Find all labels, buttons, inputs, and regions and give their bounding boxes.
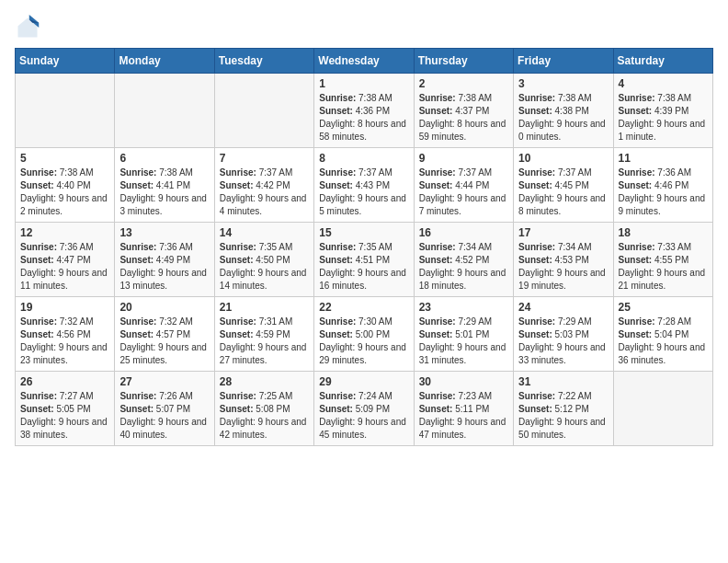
cell-content: Sunrise: 7:29 AM <box>419 316 508 328</box>
calendar-cell: 6Sunrise: 7:38 AMSunset: 4:41 PMDaylight… <box>115 148 214 223</box>
cell-content: Sunrise: 7:38 AM <box>319 92 408 105</box>
day-of-week-header: Sunday <box>16 49 115 74</box>
cell-content: Sunset: 4:53 PM <box>518 254 608 267</box>
day-number: 11 <box>619 152 708 165</box>
calendar-cell: 24Sunrise: 7:29 AMSunset: 5:03 PMDayligh… <box>514 297 613 372</box>
day-number: 20 <box>119 301 209 314</box>
day-of-week-header: Friday <box>514 49 613 74</box>
cell-content: Daylight: 9 hours and 9 minutes. <box>619 192 708 218</box>
day-number: 31 <box>518 375 608 388</box>
cell-content: Sunrise: 7:37 AM <box>518 167 608 179</box>
day-number: 15 <box>319 226 408 239</box>
cell-content: Sunrise: 7:23 AM <box>419 390 508 403</box>
cell-content: Daylight: 9 hours and 16 minutes. <box>319 267 408 293</box>
cell-content: Daylight: 9 hours and 2 minutes. <box>20 192 109 218</box>
calendar-cell <box>613 372 712 446</box>
calendar-cell: 20Sunrise: 7:32 AMSunset: 4:57 PMDayligh… <box>115 297 214 372</box>
day-number: 28 <box>220 375 309 388</box>
day-of-week-header: Wednesday <box>314 49 414 74</box>
cell-content: Daylight: 9 hours and 47 minutes. <box>419 416 508 442</box>
cell-content: Sunset: 4:42 PM <box>220 179 309 192</box>
calendar-cell: 28Sunrise: 7:25 AMSunset: 5:08 PMDayligh… <box>214 372 313 446</box>
cell-content: Daylight: 8 hours and 59 minutes. <box>419 118 508 144</box>
cell-content: Sunrise: 7:36 AM <box>20 241 109 254</box>
cell-content: Sunset: 4:41 PM <box>119 179 209 192</box>
cell-content: Daylight: 9 hours and 27 minutes. <box>220 341 309 367</box>
calendar-cell: 31Sunrise: 7:22 AMSunset: 5:12 PMDayligh… <box>514 372 613 446</box>
day-of-week-header: Monday <box>115 49 214 74</box>
cell-content: Sunset: 4:45 PM <box>518 179 608 192</box>
cell-content: Daylight: 9 hours and 40 minutes. <box>119 416 209 442</box>
calendar-cell: 27Sunrise: 7:26 AMSunset: 5:07 PMDayligh… <box>115 372 214 446</box>
calendar-cell <box>214 74 313 148</box>
day-number: 18 <box>619 226 708 239</box>
calendar-cell: 16Sunrise: 7:34 AMSunset: 4:52 PMDayligh… <box>414 223 513 297</box>
cell-content: Daylight: 9 hours and 19 minutes. <box>518 267 608 293</box>
cell-content: Sunrise: 7:37 AM <box>220 167 309 179</box>
cell-content: Daylight: 8 hours and 58 minutes. <box>319 118 408 144</box>
cell-content: Daylight: 9 hours and 8 minutes. <box>518 192 608 218</box>
day-number: 22 <box>319 301 408 314</box>
cell-content: Sunset: 4:49 PM <box>119 254 209 267</box>
cell-content: Sunset: 4:40 PM <box>20 179 109 192</box>
cell-content: Sunset: 5:00 PM <box>319 328 408 341</box>
cell-content: Sunrise: 7:37 AM <box>319 167 408 179</box>
cell-content: Sunrise: 7:35 AM <box>220 241 309 254</box>
calendar-cell: 18Sunrise: 7:33 AMSunset: 4:55 PMDayligh… <box>613 223 712 297</box>
cell-content: Sunset: 4:55 PM <box>619 254 708 267</box>
cell-content: Sunset: 5:11 PM <box>419 403 508 416</box>
day-number: 4 <box>619 77 708 90</box>
cell-content: Sunrise: 7:38 AM <box>419 92 508 105</box>
calendar-table: SundayMondayTuesdayWednesdayThursdayFrid… <box>15 48 713 446</box>
cell-content: Daylight: 9 hours and 18 minutes. <box>419 267 508 293</box>
cell-content: Sunrise: 7:37 AM <box>419 167 508 179</box>
day-number: 13 <box>119 226 209 239</box>
cell-content: Sunrise: 7:28 AM <box>619 316 708 328</box>
cell-content: Sunrise: 7:32 AM <box>20 316 109 328</box>
calendar-cell: 19Sunrise: 7:32 AMSunset: 4:56 PMDayligh… <box>16 297 115 372</box>
cell-content: Sunset: 4:39 PM <box>619 105 708 118</box>
calendar-week-row: 19Sunrise: 7:32 AMSunset: 4:56 PMDayligh… <box>16 297 713 372</box>
day-number: 10 <box>518 152 608 165</box>
day-of-week-header: Saturday <box>613 49 712 74</box>
calendar-cell: 2Sunrise: 7:38 AMSunset: 4:37 PMDaylight… <box>414 74 513 148</box>
cell-content: Daylight: 9 hours and 31 minutes. <box>419 341 508 367</box>
day-number: 5 <box>20 152 109 165</box>
cell-content: Sunrise: 7:38 AM <box>20 167 109 179</box>
cell-content: Sunrise: 7:30 AM <box>319 316 408 328</box>
cell-content: Daylight: 9 hours and 21 minutes. <box>619 267 708 293</box>
cell-content: Sunrise: 7:29 AM <box>518 316 608 328</box>
cell-content: Sunset: 5:12 PM <box>518 403 608 416</box>
cell-content: Sunrise: 7:38 AM <box>619 92 708 105</box>
cell-content: Sunrise: 7:24 AM <box>319 390 408 403</box>
cell-content: Sunset: 5:05 PM <box>20 403 109 416</box>
calendar-cell: 15Sunrise: 7:35 AMSunset: 4:51 PMDayligh… <box>314 223 414 297</box>
day-of-week-header: Tuesday <box>214 49 313 74</box>
day-number: 27 <box>119 375 209 388</box>
calendar-cell: 23Sunrise: 7:29 AMSunset: 5:01 PMDayligh… <box>414 297 513 372</box>
cell-content: Daylight: 9 hours and 1 minute. <box>619 118 708 144</box>
cell-content: Sunrise: 7:26 AM <box>119 390 209 403</box>
calendar-cell: 9Sunrise: 7:37 AMSunset: 4:44 PMDaylight… <box>414 148 513 223</box>
day-number: 1 <box>319 77 408 90</box>
cell-content: Sunset: 4:51 PM <box>319 254 408 267</box>
calendar-cell: 12Sunrise: 7:36 AMSunset: 4:47 PMDayligh… <box>16 223 115 297</box>
cell-content: Sunrise: 7:32 AM <box>119 316 209 328</box>
day-number: 12 <box>20 226 109 239</box>
cell-content: Daylight: 9 hours and 42 minutes. <box>220 416 309 442</box>
calendar-week-row: 12Sunrise: 7:36 AMSunset: 4:47 PMDayligh… <box>16 223 713 297</box>
day-number: 2 <box>419 77 508 90</box>
cell-content: Sunset: 4:37 PM <box>419 105 508 118</box>
calendar-cell: 13Sunrise: 7:36 AMSunset: 4:49 PMDayligh… <box>115 223 214 297</box>
header <box>15 15 713 40</box>
day-number: 19 <box>20 301 109 314</box>
day-number: 3 <box>518 77 608 90</box>
cell-content: Daylight: 9 hours and 36 minutes. <box>619 341 708 367</box>
cell-content: Sunset: 5:01 PM <box>419 328 508 341</box>
day-number: 21 <box>220 301 309 314</box>
calendar-cell: 8Sunrise: 7:37 AMSunset: 4:43 PMDaylight… <box>314 148 414 223</box>
day-number: 16 <box>419 226 508 239</box>
calendar-cell: 30Sunrise: 7:23 AMSunset: 5:11 PMDayligh… <box>414 372 513 446</box>
cell-content: Sunrise: 7:36 AM <box>619 167 708 179</box>
day-of-week-header: Thursday <box>414 49 513 74</box>
